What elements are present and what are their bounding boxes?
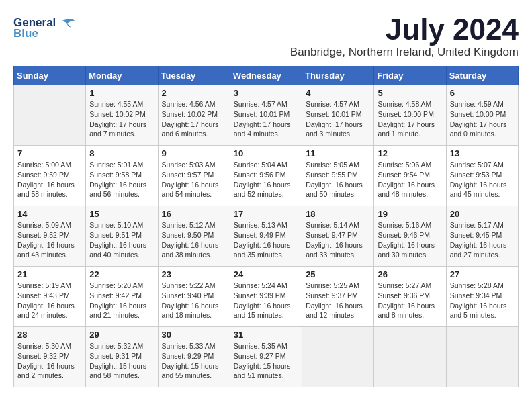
logo: General Blue [13,16,75,41]
calendar-day-cell: 24Sunrise: 5:24 AM Sunset: 9:39 PM Dayli… [230,267,302,327]
day-info: Sunrise: 4:56 AM Sunset: 10:02 PM Daylig… [162,99,226,139]
calendar-day-cell: 17Sunrise: 5:13 AM Sunset: 9:49 PM Dayli… [230,206,302,267]
day-number: 29 [89,330,154,340]
calendar-day-cell: 20Sunrise: 5:17 AM Sunset: 9:45 PM Dayli… [446,206,518,267]
day-number: 16 [162,209,226,219]
day-number: 24 [234,269,298,279]
day-number: 22 [89,269,154,279]
day-number: 18 [306,209,370,219]
day-number: 12 [378,148,442,158]
day-info: Sunrise: 5:01 AM Sunset: 9:58 PM Dayligh… [89,160,154,199]
day-number: 1 [89,88,154,98]
day-info: Sunrise: 5:13 AM Sunset: 9:49 PM Dayligh… [234,220,298,260]
day-number: 13 [450,148,515,158]
calendar-day-cell: 5Sunrise: 4:58 AM Sunset: 10:00 PM Dayli… [374,85,446,146]
calendar-week-row: 14Sunrise: 5:09 AM Sunset: 9:52 PM Dayli… [14,206,519,267]
day-info: Sunrise: 4:59 AM Sunset: 10:00 PM Daylig… [450,99,515,139]
calendar-day-cell: 12Sunrise: 5:06 AM Sunset: 9:54 PM Dayli… [374,146,446,206]
day-info: Sunrise: 4:55 AM Sunset: 10:02 PM Daylig… [89,99,154,139]
calendar-day-cell: 1Sunrise: 4:55 AM Sunset: 10:02 PM Dayli… [86,85,158,146]
header: General Blue July 2024 Banbridge, Northe… [13,13,519,59]
calendar-day-cell: 21Sunrise: 5:19 AM Sunset: 9:43 PM Dayli… [14,267,86,327]
calendar-day-header: Thursday [302,66,374,85]
day-info: Sunrise: 4:57 AM Sunset: 10:01 PM Daylig… [234,99,298,139]
day-number: 9 [162,148,226,158]
day-number: 26 [378,269,442,279]
calendar-day-cell: 3Sunrise: 4:57 AM Sunset: 10:01 PM Dayli… [230,85,302,146]
calendar-day-cell: 16Sunrise: 5:12 AM Sunset: 9:50 PM Dayli… [158,206,230,267]
day-info: Sunrise: 5:27 AM Sunset: 9:36 PM Dayligh… [378,281,442,320]
calendar-day-cell: 29Sunrise: 5:32 AM Sunset: 9:31 PM Dayli… [86,327,158,387]
day-number: 23 [162,269,226,279]
calendar-day-cell: 18Sunrise: 5:14 AM Sunset: 9:47 PM Dayli… [302,206,374,267]
day-number: 11 [306,148,370,158]
day-number: 30 [162,330,226,340]
logo-bird-icon [60,18,75,29]
calendar-day-cell [446,327,518,387]
calendar-day-cell: 30Sunrise: 5:33 AM Sunset: 9:29 PM Dayli… [158,327,230,387]
day-number: 21 [17,269,82,279]
calendar-day-cell: 6Sunrise: 4:59 AM Sunset: 10:00 PM Dayli… [446,85,518,146]
day-number: 7 [17,148,82,158]
day-info: Sunrise: 4:58 AM Sunset: 10:00 PM Daylig… [378,99,442,139]
day-number: 20 [450,209,515,219]
day-info: Sunrise: 5:14 AM Sunset: 9:47 PM Dayligh… [306,220,370,260]
calendar-week-row: 1Sunrise: 4:55 AM Sunset: 10:02 PM Dayli… [14,85,519,146]
day-number: 5 [378,88,442,98]
day-info: Sunrise: 5:12 AM Sunset: 9:50 PM Dayligh… [162,220,226,260]
calendar-day-cell: 11Sunrise: 5:05 AM Sunset: 9:55 PM Dayli… [302,146,374,206]
calendar-table: SundayMondayTuesdayWednesdayThursdayFrid… [13,66,519,387]
day-number: 14 [17,209,82,219]
calendar-day-cell [14,85,86,146]
day-info: Sunrise: 5:32 AM Sunset: 9:31 PM Dayligh… [89,341,154,381]
day-number: 19 [378,209,442,219]
day-info: Sunrise: 5:10 AM Sunset: 9:51 PM Dayligh… [89,220,154,260]
calendar-week-row: 28Sunrise: 5:30 AM Sunset: 9:32 PM Dayli… [14,327,519,387]
day-info: Sunrise: 5:22 AM Sunset: 9:40 PM Dayligh… [162,281,226,320]
calendar-day-cell [374,327,446,387]
day-number: 2 [162,88,226,98]
calendar-day-cell: 8Sunrise: 5:01 AM Sunset: 9:58 PM Daylig… [86,146,158,206]
day-info: Sunrise: 5:03 AM Sunset: 9:57 PM Dayligh… [162,160,226,199]
day-number: 10 [234,148,298,158]
calendar-day-cell: 27Sunrise: 5:28 AM Sunset: 9:34 PM Dayli… [446,267,518,327]
day-info: Sunrise: 5:04 AM Sunset: 9:56 PM Dayligh… [234,160,298,199]
calendar-week-row: 21Sunrise: 5:19 AM Sunset: 9:43 PM Dayli… [14,267,519,327]
day-info: Sunrise: 5:16 AM Sunset: 9:46 PM Dayligh… [378,220,442,260]
day-number: 25 [306,269,370,279]
day-number: 4 [306,88,370,98]
calendar-day-cell: 31Sunrise: 5:35 AM Sunset: 9:27 PM Dayli… [230,327,302,387]
day-info: Sunrise: 5:30 AM Sunset: 9:32 PM Dayligh… [17,341,82,381]
day-info: Sunrise: 5:19 AM Sunset: 9:43 PM Dayligh… [17,281,82,320]
calendar-day-cell: 4Sunrise: 4:57 AM Sunset: 10:01 PM Dayli… [302,85,374,146]
title-section: July 2024 Banbridge, Northern Ireland, U… [290,13,519,59]
calendar-header-row: SundayMondayTuesdayWednesdayThursdayFrid… [14,66,519,85]
day-number: 17 [234,209,298,219]
calendar-day-cell: 28Sunrise: 5:30 AM Sunset: 9:32 PM Dayli… [14,327,86,387]
day-info: Sunrise: 5:05 AM Sunset: 9:55 PM Dayligh… [306,160,370,199]
day-info: Sunrise: 5:33 AM Sunset: 9:29 PM Dayligh… [162,341,226,381]
day-info: Sunrise: 5:07 AM Sunset: 9:53 PM Dayligh… [450,160,515,199]
day-info: Sunrise: 5:00 AM Sunset: 9:59 PM Dayligh… [17,160,82,199]
calendar-day-header: Wednesday [230,66,302,85]
calendar-day-header: Tuesday [158,66,230,85]
calendar-day-header: Saturday [446,66,518,85]
calendar-day-cell: 22Sunrise: 5:20 AM Sunset: 9:42 PM Dayli… [86,267,158,327]
calendar-day-cell: 25Sunrise: 5:25 AM Sunset: 9:37 PM Dayli… [302,267,374,327]
day-number: 31 [234,330,298,340]
day-number: 15 [89,209,154,219]
calendar-day-cell: 19Sunrise: 5:16 AM Sunset: 9:46 PM Dayli… [374,206,446,267]
calendar-day-cell [302,327,374,387]
day-info: Sunrise: 5:28 AM Sunset: 9:34 PM Dayligh… [450,281,515,320]
calendar-day-cell: 14Sunrise: 5:09 AM Sunset: 9:52 PM Dayli… [14,206,86,267]
day-info: Sunrise: 5:06 AM Sunset: 9:54 PM Dayligh… [378,160,442,199]
day-number: 3 [234,88,298,98]
day-info: Sunrise: 5:17 AM Sunset: 9:45 PM Dayligh… [450,220,515,260]
subtitle: Banbridge, Northern Ireland, United King… [290,46,519,59]
day-info: Sunrise: 5:25 AM Sunset: 9:37 PM Dayligh… [306,281,370,320]
calendar-day-cell: 10Sunrise: 5:04 AM Sunset: 9:56 PM Dayli… [230,146,302,206]
main-title: July 2024 [290,13,519,46]
day-info: Sunrise: 5:35 AM Sunset: 9:27 PM Dayligh… [234,341,298,381]
calendar-day-header: Friday [374,66,446,85]
day-number: 8 [89,148,154,158]
